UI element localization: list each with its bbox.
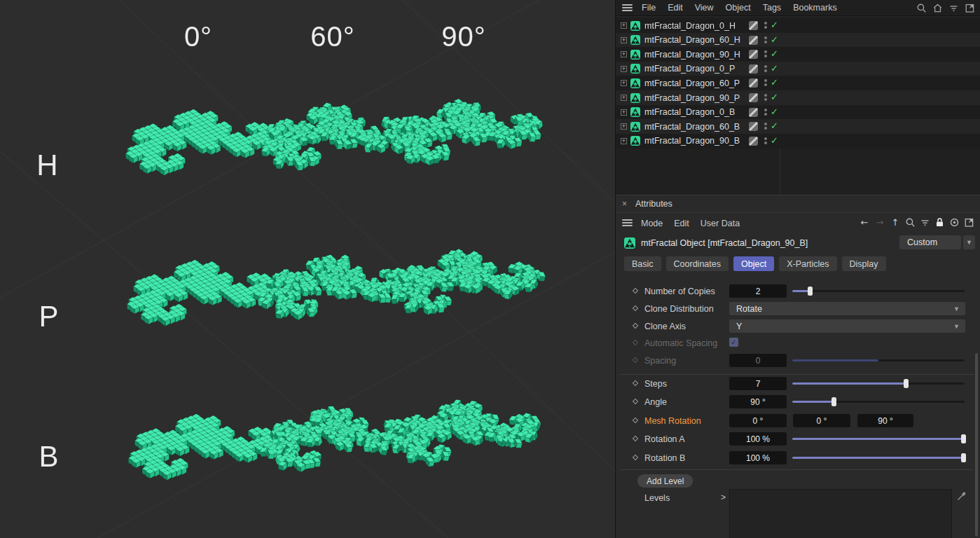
enabled-check-icon[interactable]: ✓ bbox=[771, 77, 778, 88]
search-icon[interactable] bbox=[905, 217, 916, 228]
param-diamond-icon[interactable] bbox=[633, 436, 638, 441]
mesh-rotation-h-field[interactable]: 0 ° bbox=[729, 414, 787, 427]
lock-icon[interactable] bbox=[934, 217, 945, 228]
expand-icon[interactable]: + bbox=[621, 95, 627, 101]
enabled-check-icon[interactable]: ✓ bbox=[771, 92, 778, 102]
clone-distribution-dropdown[interactable]: Rotate▼ bbox=[729, 302, 965, 315]
param-diamond-icon[interactable] bbox=[633, 380, 638, 386]
layer-icon[interactable] bbox=[749, 21, 758, 30]
chevron-right-icon[interactable]: > bbox=[721, 492, 726, 502]
enabled-check-icon[interactable]: ✓ bbox=[771, 34, 778, 45]
number-of-copies-slider[interactable] bbox=[792, 287, 965, 296]
enabled-check-icon[interactable]: ✓ bbox=[771, 135, 778, 146]
layer-icon[interactable] bbox=[749, 64, 758, 74]
visibility-dots-icon[interactable] bbox=[764, 49, 768, 59]
layer-icon[interactable] bbox=[749, 50, 758, 59]
automatic-spacing-checkbox[interactable]: ✓ bbox=[729, 338, 738, 347]
object-row[interactable]: + mtFractal_Dragon_0_B ✓ bbox=[616, 105, 980, 120]
param-diamond-icon[interactable] bbox=[633, 399, 638, 404]
search-icon[interactable] bbox=[916, 3, 927, 13]
mesh-rotation-p-field[interactable]: 0 ° bbox=[793, 414, 850, 427]
menu-item-object[interactable]: Object bbox=[726, 3, 751, 13]
attr-menu-item-user-data[interactable]: User Data bbox=[701, 219, 740, 228]
preset-caret-button[interactable]: ▼ bbox=[963, 235, 975, 249]
levels-list-box[interactable] bbox=[729, 489, 952, 538]
enabled-check-icon[interactable]: ✓ bbox=[771, 63, 778, 74]
expand-icon[interactable]: + bbox=[621, 80, 627, 86]
object-row[interactable]: + mtFractal_Dragon_90_P ✓ bbox=[616, 90, 980, 105]
angle-field[interactable]: 90 ° bbox=[729, 395, 787, 408]
forward-arrow-icon[interactable]: → bbox=[874, 217, 885, 228]
close-icon[interactable]: × bbox=[622, 199, 627, 209]
layer-icon[interactable] bbox=[749, 137, 758, 146]
number-of-copies-field[interactable]: 2 bbox=[729, 284, 787, 298]
tab-basic[interactable]: Basic bbox=[624, 256, 661, 271]
tab-x-particles[interactable]: X-Particles bbox=[779, 256, 836, 271]
expand-icon[interactable]: + bbox=[621, 123, 627, 130]
object-row[interactable]: + mtFractal_Dragon_90_B ✓ bbox=[616, 134, 980, 149]
enabled-check-icon[interactable]: ✓ bbox=[771, 106, 778, 117]
angle-slider[interactable] bbox=[792, 397, 965, 407]
object-row[interactable]: + mtFractal_Dragon_90_H ✓ bbox=[616, 47, 980, 62]
expand-icon[interactable]: + bbox=[621, 109, 627, 116]
back-arrow-icon[interactable]: ← bbox=[859, 217, 870, 228]
home-icon[interactable] bbox=[932, 3, 943, 13]
rotation-a-slider[interactable] bbox=[792, 434, 965, 444]
expand-icon[interactable]: + bbox=[621, 37, 627, 43]
steps-slider[interactable] bbox=[792, 379, 965, 389]
enabled-check-icon[interactable]: ✓ bbox=[771, 20, 778, 30]
layer-icon[interactable] bbox=[749, 78, 758, 88]
object-row[interactable]: + mtFractal_Dragon_0_H ✓ bbox=[616, 18, 980, 33]
rotation-b-slider[interactable] bbox=[792, 453, 965, 463]
object-row[interactable]: + mtFractal_Dragon_60_P ✓ bbox=[616, 76, 980, 90]
eyedropper-icon[interactable] bbox=[956, 491, 967, 502]
param-diamond-icon[interactable] bbox=[633, 455, 638, 460]
tab-object[interactable]: Object bbox=[733, 256, 774, 271]
hamburger-menu-icon[interactable] bbox=[622, 4, 633, 12]
expand-icon[interactable]: + bbox=[621, 51, 627, 57]
record-target-icon[interactable] bbox=[949, 217, 960, 228]
visibility-dots-icon[interactable] bbox=[764, 78, 768, 88]
visibility-dots-icon[interactable] bbox=[764, 64, 768, 74]
filter-icon[interactable] bbox=[920, 217, 930, 228]
up-arrow-icon[interactable]: ↑ bbox=[890, 217, 901, 228]
add-level-button[interactable]: Add Level bbox=[637, 474, 693, 488]
preset-dropdown[interactable]: Custom bbox=[899, 235, 961, 249]
tab-display[interactable]: Display bbox=[842, 256, 886, 271]
object-row[interactable]: + mtFractal_Dragon_60_B ✓ bbox=[616, 119, 980, 134]
param-diamond-icon[interactable] bbox=[633, 418, 638, 423]
external-panel-icon[interactable] bbox=[965, 3, 975, 13]
steps-field[interactable]: 7 bbox=[729, 377, 787, 390]
viewport-canvas[interactable] bbox=[0, 0, 615, 538]
mesh-rotation-b-field[interactable]: 90 ° bbox=[857, 414, 913, 427]
visibility-dots-icon[interactable] bbox=[764, 121, 768, 131]
expand-icon[interactable]: + bbox=[621, 22, 627, 29]
visibility-dots-icon[interactable] bbox=[764, 136, 768, 146]
rotation-a-field[interactable]: 100 % bbox=[729, 432, 787, 446]
layer-icon[interactable] bbox=[749, 93, 758, 102]
param-diamond-icon[interactable] bbox=[633, 288, 638, 294]
enabled-check-icon[interactable]: ✓ bbox=[771, 48, 778, 59]
menu-item-file[interactable]: File bbox=[642, 3, 656, 13]
enabled-check-icon[interactable]: ✓ bbox=[771, 120, 778, 131]
external-panel-icon[interactable] bbox=[964, 217, 974, 228]
rotation-b-field[interactable]: 100 % bbox=[729, 451, 787, 464]
param-diamond-icon[interactable] bbox=[633, 323, 638, 329]
visibility-dots-icon[interactable] bbox=[764, 35, 768, 45]
hamburger-menu-icon[interactable] bbox=[622, 219, 633, 227]
visibility-dots-icon[interactable] bbox=[764, 107, 768, 117]
object-row[interactable]: + mtFractal_Dragon_60_H ✓ bbox=[616, 33, 980, 48]
attr-menu-item-mode[interactable]: Mode bbox=[641, 219, 663, 228]
filter-icon[interactable] bbox=[948, 3, 959, 13]
param-diamond-icon[interactable] bbox=[633, 305, 638, 311]
expand-icon[interactable]: + bbox=[621, 138, 627, 144]
object-row[interactable]: + mtFractal_Dragon_0_P ✓ bbox=[616, 62, 980, 76]
attr-menu-item-edit[interactable]: Edit bbox=[674, 219, 689, 228]
menu-item-view[interactable]: View bbox=[695, 3, 714, 13]
visibility-dots-icon[interactable] bbox=[764, 92, 768, 102]
layer-icon[interactable] bbox=[749, 36, 758, 45]
visibility-dots-icon[interactable] bbox=[764, 20, 768, 30]
3d-viewport[interactable]: 0° 60° 90° H P B bbox=[0, 0, 615, 538]
clone-axis-dropdown[interactable]: Y▼ bbox=[729, 319, 965, 333]
menu-item-edit[interactable]: Edit bbox=[668, 3, 683, 13]
